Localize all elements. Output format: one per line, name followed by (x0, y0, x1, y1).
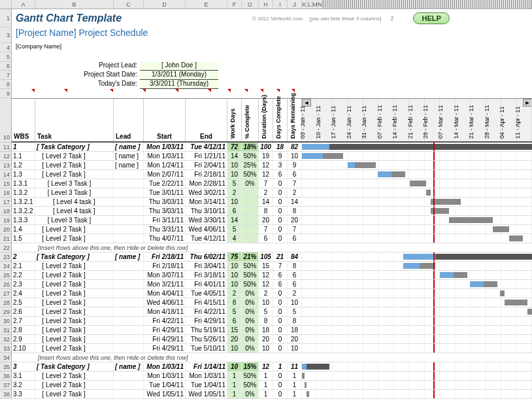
cell[interactable]: 2 (259, 188, 273, 197)
table-row[interactable]: 2.1 [ Level 2 Task ]Fri 2/18/11Fri 3/04/… (12, 262, 532, 271)
cell[interactable]: 0 (273, 326, 288, 334)
cell[interactable]: Wed 3/30/11 (186, 216, 227, 224)
col-letter[interactable]: C (114, 0, 144, 9)
cell[interactable] (114, 381, 144, 389)
table-row[interactable]: 2[ Task Category ][ name ]Fri 2/18/11Thu… (12, 252, 532, 262)
table-row[interactable]: 2.3 [ Level 2 Task ]Mon 3/21/11Fri 4/01/… (12, 280, 532, 289)
cell[interactable]: 18 (273, 143, 288, 151)
cell[interactable]: 1 (288, 372, 302, 380)
cell[interactable]: Mon 1/03/11 (144, 152, 186, 160)
cell[interactable] (242, 198, 259, 206)
cell[interactable]: 0 (273, 307, 288, 316)
table-row[interactable]: 2.4 [ Level 2 Task ]Mon 4/04/11Tue 4/05/… (12, 289, 532, 298)
cell[interactable] (114, 372, 144, 380)
cell[interactable]: 2.2 (12, 271, 35, 279)
cell[interactable]: 6 (227, 317, 242, 325)
cell[interactable] (114, 298, 144, 307)
cell[interactable]: [ name ] (114, 143, 144, 151)
cell[interactable]: 6 (288, 271, 302, 279)
cell[interactable]: 50% (242, 381, 259, 389)
cell[interactable]: Tue 4/05/11 (186, 289, 227, 298)
row-number[interactable]: 32 (0, 335, 12, 344)
cell[interactable]: 50% (242, 170, 259, 179)
cell[interactable]: 1.3.2.2 (12, 207, 35, 215)
table-row[interactable]: 1.3 [ Level 2 Task ]Mon 2/07/11Fri 2/18/… (12, 170, 532, 179)
cell[interactable]: Thu 5/19/11 (186, 326, 227, 334)
cell[interactable]: 10 (227, 344, 242, 353)
row-number[interactable]: 13 (0, 161, 12, 170)
cell[interactable]: 0 (273, 372, 288, 380)
cell[interactable]: 1 (227, 372, 242, 380)
cell[interactable]: [ name ] (114, 362, 144, 371)
cell[interactable]: [ Level 3 Task ] (35, 216, 114, 224)
cell[interactable]: 3 (273, 161, 288, 169)
todays-date-value[interactable]: 3/3/2011 (Thursday) (140, 80, 218, 89)
cell[interactable]: Wed 1/05/11 (144, 390, 186, 398)
cell[interactable]: 7 (273, 262, 288, 270)
cell[interactable]: 100 (259, 143, 273, 151)
cell[interactable] (114, 271, 144, 279)
cell[interactable]: 7 (288, 179, 302, 188)
cell[interactable] (114, 317, 144, 325)
row-number[interactable]: 14 (0, 170, 12, 179)
row-number[interactable]: 5 (0, 52, 12, 61)
cell[interactable]: 0% (242, 179, 259, 188)
col-letter[interactable]: N (318, 0, 323, 9)
cell[interactable]: 6 (288, 280, 302, 288)
cell[interactable]: Mon 3/07/11 (144, 271, 186, 279)
cell[interactable]: 0 (273, 390, 288, 398)
cell[interactable]: 20 (227, 335, 242, 343)
cell[interactable]: Mon 3/21/11 (144, 280, 186, 288)
cell[interactable]: Fri 3/18/11 (186, 271, 227, 279)
cell[interactable]: 18% (242, 143, 259, 151)
cell[interactable]: [ Level 2 Task ] (35, 262, 114, 270)
table-row[interactable]: 3.2 [ Level 2 Task ]Tue 1/04/11Tue 1/04/… (12, 381, 532, 390)
cell[interactable]: 0 (273, 225, 288, 234)
table-row[interactable]: 1.3.2 [ Level 3 Task ]Tue 3/01/11Wed 3/0… (12, 188, 532, 198)
cell[interactable]: 0% (242, 326, 259, 334)
table-row[interactable]: 1.5 [ Level 2 Task ]Thu 4/07/11Tue 4/12/… (12, 234, 532, 243)
table-row[interactable]: 2.9 [ Level 2 Task ]Fri 4/29/11Thu 5/26/… (12, 335, 532, 344)
row-number[interactable]: 16 (0, 188, 12, 198)
cell[interactable]: 9 (288, 161, 302, 169)
row-number[interactable]: 10 (0, 98, 12, 143)
row-number[interactable]: 7 (0, 71, 12, 80)
help-button[interactable]: HELP (413, 12, 449, 24)
cell[interactable]: Tue 5/10/11 (186, 344, 227, 353)
cell[interactable]: 2.3 (12, 280, 35, 288)
cell[interactable]: Wed 4/06/11 (144, 298, 186, 307)
cell[interactable]: 18 (288, 326, 302, 334)
cell[interactable]: 9 (273, 152, 288, 160)
cell[interactable] (114, 326, 144, 334)
cell[interactable] (242, 207, 259, 215)
cell[interactable]: 2 (288, 188, 302, 197)
cell[interactable]: 2.10 (12, 344, 35, 353)
cell[interactable]: [ Level 2 Task ] (35, 390, 114, 398)
cell[interactable]: 7 (259, 225, 273, 234)
cell[interactable]: Mon 1/03/11 (144, 362, 186, 371)
cell[interactable]: 10 (227, 362, 242, 371)
header-task[interactable]: Task (35, 99, 114, 141)
row-number[interactable]: 24 (0, 262, 12, 271)
cell[interactable]: 72 (227, 143, 242, 151)
cell[interactable]: Fri 1/21/11 (186, 152, 227, 160)
cell[interactable]: Fri 4/22/11 (186, 307, 227, 316)
cell[interactable]: 15 (259, 262, 273, 270)
col-letter[interactable]: H (259, 0, 273, 9)
cell[interactable]: 1.3 (12, 170, 35, 179)
cell[interactable]: 15 (227, 326, 242, 334)
cell[interactable]: [ Task Category ] (35, 362, 114, 371)
cell[interactable]: Fri 2/18/11 (186, 170, 227, 179)
cell[interactable]: 10 (227, 198, 242, 206)
row-number[interactable]: 29 (0, 307, 12, 317)
cell[interactable]: Tue 3/01/11 (144, 188, 186, 197)
row-number[interactable]: 1 (0, 9, 12, 27)
cell[interactable]: Thu 3/03/11 (144, 207, 186, 215)
row-number[interactable]: 27 (0, 289, 12, 298)
cell[interactable]: 8 (259, 207, 273, 215)
cell[interactable]: 0 (273, 298, 288, 307)
cell[interactable]: 8 (288, 262, 302, 270)
row-number[interactable]: 31 (0, 326, 12, 335)
cell[interactable]: 12 (259, 362, 273, 371)
cell[interactable]: Mon 1/03/11 (144, 372, 186, 380)
